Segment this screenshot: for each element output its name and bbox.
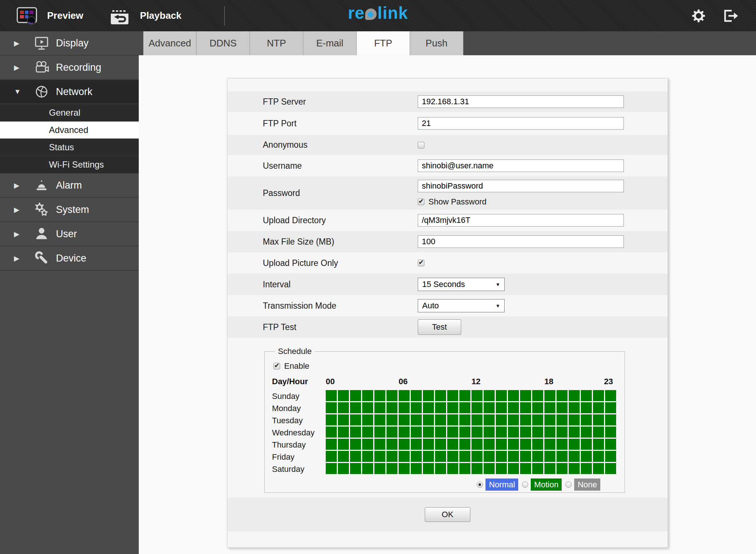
normal-chip[interactable]: Normal bbox=[485, 478, 518, 491]
schedule-cell[interactable] bbox=[338, 427, 349, 438]
schedule-cell[interactable] bbox=[544, 390, 555, 401]
schedule-cell[interactable] bbox=[362, 402, 373, 413]
transmission-mode-select[interactable]: Auto ▼ bbox=[418, 299, 505, 312]
schedule-cell[interactable] bbox=[411, 463, 422, 474]
schedule-cell[interactable] bbox=[423, 427, 434, 438]
anonymous-checkbox[interactable] bbox=[418, 142, 424, 148]
schedule-cell[interactable] bbox=[411, 402, 422, 413]
schedule-cell[interactable] bbox=[386, 402, 398, 413]
schedule-cell[interactable] bbox=[605, 427, 616, 438]
schedule-cell[interactable] bbox=[374, 439, 385, 450]
schedule-cell[interactable] bbox=[399, 414, 410, 425]
schedule-cell[interactable] bbox=[423, 390, 434, 401]
sidebar-item-device[interactable]: ▶ Device bbox=[0, 246, 139, 271]
schedule-cell[interactable] bbox=[593, 427, 604, 438]
schedule-cell[interactable] bbox=[362, 451, 373, 462]
schedule-cell[interactable] bbox=[484, 451, 495, 462]
schedule-cell[interactable] bbox=[569, 439, 580, 450]
schedule-cell[interactable] bbox=[569, 427, 580, 438]
schedule-cell[interactable] bbox=[508, 414, 519, 425]
schedule-cell[interactable] bbox=[581, 402, 592, 413]
schedule-cell[interactable] bbox=[484, 390, 495, 401]
schedule-cell[interactable] bbox=[423, 414, 434, 425]
schedule-cell[interactable] bbox=[386, 463, 398, 474]
schedule-cell[interactable] bbox=[484, 414, 495, 425]
schedule-cell[interactable] bbox=[326, 414, 337, 425]
schedule-cell[interactable] bbox=[557, 402, 568, 413]
schedule-cell[interactable] bbox=[544, 414, 555, 425]
schedule-cell[interactable] bbox=[508, 451, 519, 462]
schedule-cell[interactable] bbox=[471, 463, 483, 474]
schedule-cell[interactable] bbox=[374, 390, 385, 401]
schedule-cell[interactable] bbox=[557, 427, 568, 438]
schedule-cell[interactable] bbox=[447, 451, 458, 462]
schedule-cell[interactable] bbox=[338, 402, 349, 413]
tab-advanced[interactable]: Advanced bbox=[143, 31, 197, 55]
schedule-cell[interactable] bbox=[338, 439, 349, 450]
schedule-cell[interactable] bbox=[605, 390, 616, 401]
ftp-port-input[interactable] bbox=[418, 117, 624, 130]
schedule-cell[interactable] bbox=[593, 463, 604, 474]
schedule-cell[interactable] bbox=[471, 390, 483, 401]
schedule-cell[interactable] bbox=[471, 402, 483, 413]
sidebar-item-recording[interactable]: ▶ Recording bbox=[0, 56, 139, 80]
upload-picture-only-checkbox[interactable] bbox=[418, 260, 424, 266]
schedule-cell[interactable] bbox=[484, 439, 495, 450]
schedule-cell[interactable] bbox=[374, 463, 385, 474]
schedule-cell[interactable] bbox=[435, 402, 446, 413]
schedule-cell[interactable] bbox=[581, 414, 592, 425]
tab-email[interactable]: E-mail bbox=[303, 31, 357, 55]
schedule-cell[interactable] bbox=[581, 439, 592, 450]
schedule-cell[interactable] bbox=[435, 463, 446, 474]
ok-button[interactable]: OK bbox=[425, 507, 470, 522]
tab-ftp[interactable]: FTP bbox=[357, 31, 410, 55]
schedule-cell[interactable] bbox=[605, 451, 616, 462]
schedule-cell[interactable] bbox=[459, 427, 470, 438]
preview-button[interactable]: Preview bbox=[16, 6, 83, 26]
playback-button[interactable]: Playback bbox=[109, 6, 181, 26]
schedule-cell[interactable] bbox=[605, 414, 616, 425]
schedule-cell[interactable] bbox=[508, 439, 519, 450]
schedule-cell[interactable] bbox=[447, 463, 458, 474]
schedule-cell[interactable] bbox=[399, 390, 410, 401]
schedule-cell[interactable] bbox=[374, 414, 385, 425]
username-input[interactable] bbox=[418, 159, 624, 172]
schedule-cell[interactable] bbox=[338, 390, 349, 401]
schedule-cell[interactable] bbox=[569, 414, 580, 425]
interval-select[interactable]: 15 Seconds ▼ bbox=[418, 278, 505, 291]
sidebar-subitem-wifi-settings[interactable]: Wi-Fi Settings bbox=[0, 156, 139, 173]
schedule-cell[interactable] bbox=[569, 451, 580, 462]
schedule-cell[interactable] bbox=[544, 402, 555, 413]
ftp-test-button[interactable]: Test bbox=[418, 319, 461, 335]
schedule-cell[interactable] bbox=[399, 427, 410, 438]
schedule-cell[interactable] bbox=[593, 390, 604, 401]
schedule-cell[interactable] bbox=[569, 402, 580, 413]
schedule-cell[interactable] bbox=[447, 402, 458, 413]
schedule-cell[interactable] bbox=[338, 414, 349, 425]
schedule-cell[interactable] bbox=[508, 463, 519, 474]
schedule-cell[interactable] bbox=[520, 427, 531, 438]
schedule-cell[interactable] bbox=[593, 402, 604, 413]
schedule-cell[interactable] bbox=[350, 451, 361, 462]
schedule-cell[interactable] bbox=[350, 402, 361, 413]
schedule-cell[interactable] bbox=[350, 390, 361, 401]
password-input[interactable] bbox=[418, 180, 624, 192]
sidebar-item-alarm[interactable]: ▶ Alarm bbox=[0, 173, 139, 198]
schedule-cell[interactable] bbox=[423, 463, 434, 474]
schedule-cell[interactable] bbox=[496, 439, 507, 450]
schedule-cell[interactable] bbox=[471, 414, 483, 425]
sidebar-item-user[interactable]: ▶ User bbox=[0, 222, 139, 246]
schedule-cell[interactable] bbox=[447, 414, 458, 425]
upload-directory-input[interactable] bbox=[418, 214, 624, 227]
schedule-cell[interactable] bbox=[544, 427, 555, 438]
schedule-cell[interactable] bbox=[435, 427, 446, 438]
schedule-cell[interactable] bbox=[326, 402, 337, 413]
schedule-cell[interactable] bbox=[496, 463, 507, 474]
schedule-cell[interactable] bbox=[557, 439, 568, 450]
schedule-cell[interactable] bbox=[520, 439, 531, 450]
schedule-cell[interactable] bbox=[386, 427, 398, 438]
schedule-cell[interactable] bbox=[471, 427, 483, 438]
schedule-enable-checkbox[interactable] bbox=[273, 363, 280, 369]
schedule-cell[interactable] bbox=[496, 390, 507, 401]
schedule-cell[interactable] bbox=[374, 402, 385, 413]
